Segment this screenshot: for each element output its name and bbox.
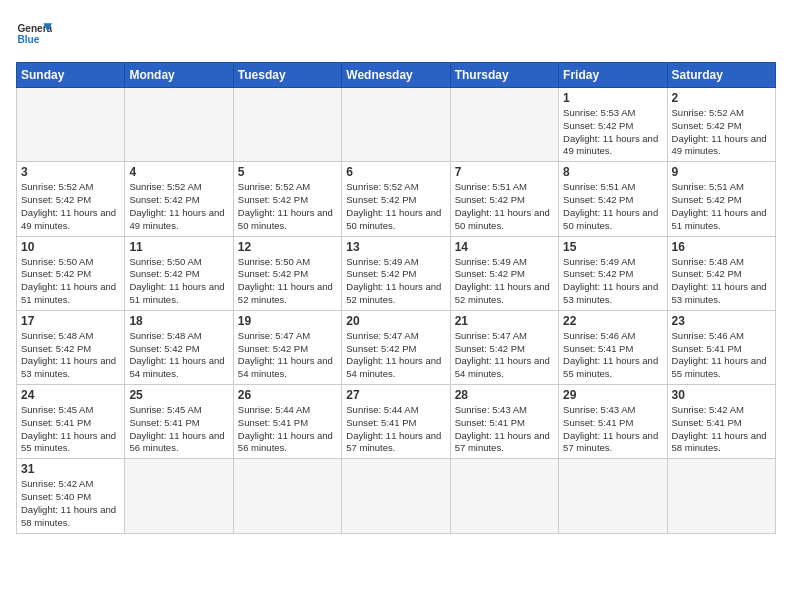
svg-text:Blue: Blue xyxy=(17,34,39,45)
page-header: General Blue xyxy=(16,16,776,52)
calendar-cell xyxy=(559,459,667,533)
calendar-week-row: 10Sunrise: 5:50 AMSunset: 5:42 PMDayligh… xyxy=(17,236,776,310)
day-info: Sunrise: 5:47 AMSunset: 5:42 PMDaylight:… xyxy=(455,330,554,381)
calendar-cell: 23Sunrise: 5:46 AMSunset: 5:41 PMDayligh… xyxy=(667,310,775,384)
calendar-cell: 30Sunrise: 5:42 AMSunset: 5:41 PMDayligh… xyxy=(667,385,775,459)
calendar-cell: 1Sunrise: 5:53 AMSunset: 5:42 PMDaylight… xyxy=(559,88,667,162)
day-number: 12 xyxy=(238,240,337,254)
calendar-cell: 12Sunrise: 5:50 AMSunset: 5:42 PMDayligh… xyxy=(233,236,341,310)
weekday-header-row: SundayMondayTuesdayWednesdayThursdayFrid… xyxy=(17,63,776,88)
day-number: 5 xyxy=(238,165,337,179)
day-info: Sunrise: 5:48 AMSunset: 5:42 PMDaylight:… xyxy=(21,330,120,381)
calendar-week-row: 3Sunrise: 5:52 AMSunset: 5:42 PMDaylight… xyxy=(17,162,776,236)
day-info: Sunrise: 5:52 AMSunset: 5:42 PMDaylight:… xyxy=(346,181,445,232)
day-info: Sunrise: 5:50 AMSunset: 5:42 PMDaylight:… xyxy=(21,256,120,307)
calendar-cell: 22Sunrise: 5:46 AMSunset: 5:41 PMDayligh… xyxy=(559,310,667,384)
calendar-cell: 29Sunrise: 5:43 AMSunset: 5:41 PMDayligh… xyxy=(559,385,667,459)
day-info: Sunrise: 5:49 AMSunset: 5:42 PMDaylight:… xyxy=(563,256,662,307)
day-number: 29 xyxy=(563,388,662,402)
day-number: 19 xyxy=(238,314,337,328)
calendar-cell xyxy=(233,88,341,162)
day-number: 14 xyxy=(455,240,554,254)
day-info: Sunrise: 5:52 AMSunset: 5:42 PMDaylight:… xyxy=(238,181,337,232)
day-info: Sunrise: 5:52 AMSunset: 5:42 PMDaylight:… xyxy=(672,107,771,158)
day-info: Sunrise: 5:51 AMSunset: 5:42 PMDaylight:… xyxy=(672,181,771,232)
day-number: 27 xyxy=(346,388,445,402)
calendar-cell: 14Sunrise: 5:49 AMSunset: 5:42 PMDayligh… xyxy=(450,236,558,310)
calendar-cell: 4Sunrise: 5:52 AMSunset: 5:42 PMDaylight… xyxy=(125,162,233,236)
calendar-cell: 11Sunrise: 5:50 AMSunset: 5:42 PMDayligh… xyxy=(125,236,233,310)
day-number: 21 xyxy=(455,314,554,328)
day-info: Sunrise: 5:44 AMSunset: 5:41 PMDaylight:… xyxy=(346,404,445,455)
day-number: 13 xyxy=(346,240,445,254)
calendar-cell xyxy=(342,88,450,162)
calendar-cell: 7Sunrise: 5:51 AMSunset: 5:42 PMDaylight… xyxy=(450,162,558,236)
day-number: 9 xyxy=(672,165,771,179)
calendar-cell: 18Sunrise: 5:48 AMSunset: 5:42 PMDayligh… xyxy=(125,310,233,384)
calendar-cell: 17Sunrise: 5:48 AMSunset: 5:42 PMDayligh… xyxy=(17,310,125,384)
day-info: Sunrise: 5:47 AMSunset: 5:42 PMDaylight:… xyxy=(238,330,337,381)
calendar-cell: 26Sunrise: 5:44 AMSunset: 5:41 PMDayligh… xyxy=(233,385,341,459)
day-number: 26 xyxy=(238,388,337,402)
day-number: 22 xyxy=(563,314,662,328)
weekday-header: Wednesday xyxy=(342,63,450,88)
calendar-cell: 21Sunrise: 5:47 AMSunset: 5:42 PMDayligh… xyxy=(450,310,558,384)
calendar-cell: 5Sunrise: 5:52 AMSunset: 5:42 PMDaylight… xyxy=(233,162,341,236)
calendar-cell: 2Sunrise: 5:52 AMSunset: 5:42 PMDaylight… xyxy=(667,88,775,162)
calendar-cell xyxy=(450,459,558,533)
calendar-cell xyxy=(233,459,341,533)
day-info: Sunrise: 5:48 AMSunset: 5:42 PMDaylight:… xyxy=(672,256,771,307)
calendar-cell xyxy=(667,459,775,533)
day-number: 16 xyxy=(672,240,771,254)
calendar-cell: 28Sunrise: 5:43 AMSunset: 5:41 PMDayligh… xyxy=(450,385,558,459)
day-number: 7 xyxy=(455,165,554,179)
weekday-header: Sunday xyxy=(17,63,125,88)
calendar-cell: 8Sunrise: 5:51 AMSunset: 5:42 PMDaylight… xyxy=(559,162,667,236)
day-number: 28 xyxy=(455,388,554,402)
day-info: Sunrise: 5:50 AMSunset: 5:42 PMDaylight:… xyxy=(129,256,228,307)
day-number: 4 xyxy=(129,165,228,179)
calendar-cell: 19Sunrise: 5:47 AMSunset: 5:42 PMDayligh… xyxy=(233,310,341,384)
weekday-header: Thursday xyxy=(450,63,558,88)
day-number: 11 xyxy=(129,240,228,254)
calendar-cell xyxy=(450,88,558,162)
weekday-header: Tuesday xyxy=(233,63,341,88)
day-info: Sunrise: 5:48 AMSunset: 5:42 PMDaylight:… xyxy=(129,330,228,381)
day-info: Sunrise: 5:47 AMSunset: 5:42 PMDaylight:… xyxy=(346,330,445,381)
day-info: Sunrise: 5:52 AMSunset: 5:42 PMDaylight:… xyxy=(129,181,228,232)
calendar-cell: 10Sunrise: 5:50 AMSunset: 5:42 PMDayligh… xyxy=(17,236,125,310)
logo: General Blue xyxy=(16,16,52,52)
day-info: Sunrise: 5:52 AMSunset: 5:42 PMDaylight:… xyxy=(21,181,120,232)
calendar-cell: 6Sunrise: 5:52 AMSunset: 5:42 PMDaylight… xyxy=(342,162,450,236)
calendar-week-row: 31Sunrise: 5:42 AMSunset: 5:40 PMDayligh… xyxy=(17,459,776,533)
day-info: Sunrise: 5:49 AMSunset: 5:42 PMDaylight:… xyxy=(455,256,554,307)
calendar-cell: 24Sunrise: 5:45 AMSunset: 5:41 PMDayligh… xyxy=(17,385,125,459)
day-info: Sunrise: 5:44 AMSunset: 5:41 PMDaylight:… xyxy=(238,404,337,455)
day-number: 17 xyxy=(21,314,120,328)
day-info: Sunrise: 5:45 AMSunset: 5:41 PMDaylight:… xyxy=(21,404,120,455)
calendar-week-row: 1Sunrise: 5:53 AMSunset: 5:42 PMDaylight… xyxy=(17,88,776,162)
calendar-cell: 15Sunrise: 5:49 AMSunset: 5:42 PMDayligh… xyxy=(559,236,667,310)
day-number: 10 xyxy=(21,240,120,254)
day-info: Sunrise: 5:53 AMSunset: 5:42 PMDaylight:… xyxy=(563,107,662,158)
day-number: 30 xyxy=(672,388,771,402)
calendar-table: SundayMondayTuesdayWednesdayThursdayFrid… xyxy=(16,62,776,534)
calendar-cell xyxy=(125,459,233,533)
weekday-header: Monday xyxy=(125,63,233,88)
day-number: 18 xyxy=(129,314,228,328)
day-number: 20 xyxy=(346,314,445,328)
calendar-body: 1Sunrise: 5:53 AMSunset: 5:42 PMDaylight… xyxy=(17,88,776,534)
day-number: 31 xyxy=(21,462,120,476)
day-number: 2 xyxy=(672,91,771,105)
calendar-cell: 27Sunrise: 5:44 AMSunset: 5:41 PMDayligh… xyxy=(342,385,450,459)
day-number: 3 xyxy=(21,165,120,179)
day-number: 25 xyxy=(129,388,228,402)
day-number: 1 xyxy=(563,91,662,105)
calendar-week-row: 24Sunrise: 5:45 AMSunset: 5:41 PMDayligh… xyxy=(17,385,776,459)
day-info: Sunrise: 5:43 AMSunset: 5:41 PMDaylight:… xyxy=(563,404,662,455)
calendar-cell: 16Sunrise: 5:48 AMSunset: 5:42 PMDayligh… xyxy=(667,236,775,310)
calendar-cell xyxy=(125,88,233,162)
logo-icon: General Blue xyxy=(16,16,52,52)
weekday-header: Saturday xyxy=(667,63,775,88)
day-info: Sunrise: 5:51 AMSunset: 5:42 PMDaylight:… xyxy=(455,181,554,232)
